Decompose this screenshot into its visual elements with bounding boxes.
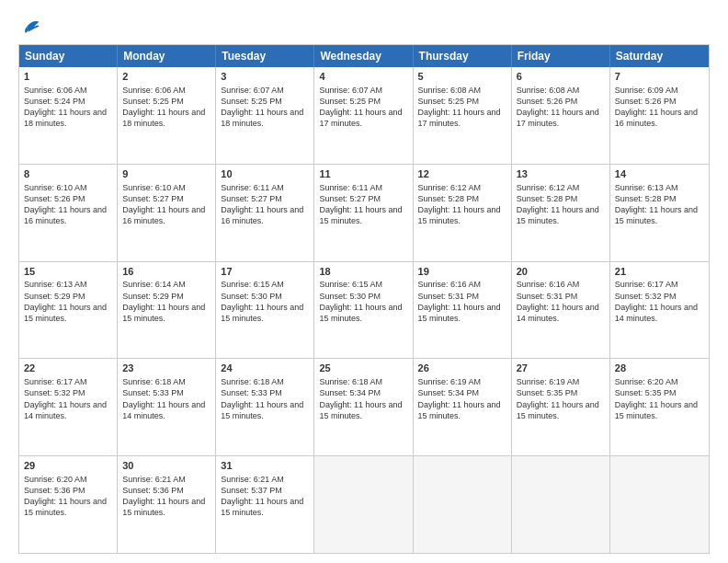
sunset: Sunset: 5:25 PM bbox=[319, 97, 381, 106]
calendar-cell: 16Sunrise: 6:14 AMSunset: 5:29 PMDayligh… bbox=[118, 262, 216, 359]
sunset: Sunset: 5:27 PM bbox=[221, 194, 282, 203]
calendar-cell: 24Sunrise: 6:18 AMSunset: 5:33 PMDayligh… bbox=[216, 359, 314, 455]
header-day-thursday: Thursday bbox=[414, 45, 512, 67]
sunrise: Sunrise: 6:19 AM bbox=[418, 377, 482, 386]
day-number: 3 bbox=[221, 70, 309, 84]
calendar-cell: 6Sunrise: 6:08 AMSunset: 5:26 PMDaylight… bbox=[512, 67, 610, 164]
day-number: 14 bbox=[615, 167, 704, 181]
calendar-cell: 19Sunrise: 6:16 AMSunset: 5:31 PMDayligh… bbox=[414, 262, 512, 359]
sunrise: Sunrise: 6:12 AM bbox=[418, 183, 482, 192]
calendar-header: SundayMondayTuesdayWednesdayThursdayFrid… bbox=[19, 45, 709, 67]
calendar-row-5: 29Sunrise: 6:20 AMSunset: 5:36 PMDayligh… bbox=[19, 455, 709, 553]
daylight: Daylight: 11 hours and 17 minutes. bbox=[418, 108, 501, 128]
calendar-cell bbox=[512, 456, 610, 553]
daylight: Daylight: 11 hours and 15 minutes. bbox=[615, 400, 698, 420]
sunset: Sunset: 5:29 PM bbox=[122, 292, 184, 301]
sunrise: Sunrise: 6:11 AM bbox=[221, 183, 284, 192]
calendar: SundayMondayTuesdayWednesdayThursdayFrid… bbox=[18, 44, 710, 554]
calendar-cell: 23Sunrise: 6:18 AMSunset: 5:33 PMDayligh… bbox=[118, 359, 216, 455]
day-number: 15 bbox=[24, 265, 112, 279]
calendar-cell: 25Sunrise: 6:18 AMSunset: 5:34 PMDayligh… bbox=[314, 359, 413, 455]
calendar-cell: 3Sunrise: 6:07 AMSunset: 5:25 PMDaylight… bbox=[216, 67, 314, 164]
calendar-row-4: 22Sunrise: 6:17 AMSunset: 5:32 PMDayligh… bbox=[19, 358, 709, 455]
sunset: Sunset: 5:30 PM bbox=[319, 292, 381, 301]
page: SundayMondayTuesdayWednesdayThursdayFrid… bbox=[0, 0, 728, 563]
sunrise: Sunrise: 6:17 AM bbox=[615, 280, 678, 289]
daylight: Daylight: 11 hours and 14 minutes. bbox=[517, 303, 599, 323]
sunrise: Sunrise: 6:17 AM bbox=[24, 377, 87, 386]
day-number: 17 bbox=[221, 265, 309, 279]
sunrise: Sunrise: 6:09 AM bbox=[615, 86, 678, 95]
sunrise: Sunrise: 6:18 AM bbox=[122, 377, 186, 386]
sunrise: Sunrise: 6:19 AM bbox=[517, 377, 580, 386]
calendar-cell: 20Sunrise: 6:16 AMSunset: 5:31 PMDayligh… bbox=[512, 262, 610, 359]
daylight: Daylight: 11 hours and 15 minutes. bbox=[122, 303, 205, 323]
day-number: 19 bbox=[418, 265, 506, 279]
day-number: 10 bbox=[221, 167, 309, 181]
header-day-friday: Friday bbox=[512, 45, 610, 67]
sunset: Sunset: 5:31 PM bbox=[517, 292, 578, 301]
calendar-cell bbox=[414, 456, 512, 553]
sunset: Sunset: 5:28 PM bbox=[517, 194, 578, 203]
day-number: 9 bbox=[122, 167, 210, 181]
sunrise: Sunrise: 6:18 AM bbox=[221, 377, 284, 386]
daylight: Daylight: 11 hours and 15 minutes. bbox=[517, 400, 599, 420]
daylight: Daylight: 11 hours and 17 minutes. bbox=[319, 108, 402, 128]
day-number: 8 bbox=[24, 167, 112, 181]
daylight: Daylight: 11 hours and 14 minutes. bbox=[615, 303, 698, 323]
calendar-cell: 8Sunrise: 6:10 AMSunset: 5:26 PMDaylight… bbox=[19, 165, 118, 261]
day-number: 16 bbox=[122, 265, 210, 279]
daylight: Daylight: 11 hours and 15 minutes. bbox=[418, 400, 501, 420]
daylight: Daylight: 11 hours and 16 minutes. bbox=[122, 205, 205, 225]
calendar-cell: 7Sunrise: 6:09 AMSunset: 5:26 PMDaylight… bbox=[610, 67, 709, 164]
sunset: Sunset: 5:33 PM bbox=[221, 388, 282, 397]
calendar-cell: 15Sunrise: 6:13 AMSunset: 5:29 PMDayligh… bbox=[19, 262, 118, 359]
calendar-cell: 5Sunrise: 6:08 AMSunset: 5:25 PMDaylight… bbox=[414, 67, 512, 164]
day-number: 22 bbox=[24, 362, 112, 375]
header-day-sunday: Sunday bbox=[19, 45, 118, 67]
day-number: 12 bbox=[418, 167, 506, 181]
sunrise: Sunrise: 6:15 AM bbox=[221, 280, 284, 289]
header-day-wednesday: Wednesday bbox=[314, 45, 413, 67]
sunrise: Sunrise: 6:10 AM bbox=[122, 183, 186, 192]
day-number: 21 bbox=[615, 265, 704, 279]
sunset: Sunset: 5:27 PM bbox=[122, 194, 184, 203]
calendar-cell: 4Sunrise: 6:07 AMSunset: 5:25 PMDaylight… bbox=[314, 67, 413, 164]
sunrise: Sunrise: 6:15 AM bbox=[319, 280, 382, 289]
calendar-row-3: 15Sunrise: 6:13 AMSunset: 5:29 PMDayligh… bbox=[19, 261, 709, 359]
sunset: Sunset: 5:32 PM bbox=[24, 388, 85, 397]
calendar-cell: 11Sunrise: 6:11 AMSunset: 5:27 PMDayligh… bbox=[314, 165, 413, 261]
day-number: 4 bbox=[319, 70, 407, 84]
logo bbox=[18, 17, 40, 37]
daylight: Daylight: 11 hours and 15 minutes. bbox=[221, 497, 303, 517]
day-number: 23 bbox=[122, 362, 210, 375]
sunrise: Sunrise: 6:16 AM bbox=[418, 280, 482, 289]
sunrise: Sunrise: 6:18 AM bbox=[319, 377, 382, 386]
calendar-cell: 1Sunrise: 6:06 AMSunset: 5:24 PMDaylight… bbox=[19, 67, 118, 164]
daylight: Daylight: 11 hours and 14 minutes. bbox=[122, 400, 205, 420]
calendar-cell: 29Sunrise: 6:20 AMSunset: 5:36 PMDayligh… bbox=[19, 456, 118, 553]
calendar-cell: 9Sunrise: 6:10 AMSunset: 5:27 PMDaylight… bbox=[118, 165, 216, 261]
sunset: Sunset: 5:24 PM bbox=[24, 97, 85, 106]
daylight: Daylight: 11 hours and 15 minutes. bbox=[24, 303, 107, 323]
calendar-body: 1Sunrise: 6:06 AMSunset: 5:24 PMDaylight… bbox=[19, 67, 709, 553]
calendar-row-1: 1Sunrise: 6:06 AMSunset: 5:24 PMDaylight… bbox=[19, 67, 709, 164]
calendar-cell: 30Sunrise: 6:21 AMSunset: 5:36 PMDayligh… bbox=[118, 456, 216, 553]
sunrise: Sunrise: 6:12 AM bbox=[517, 183, 580, 192]
day-number: 13 bbox=[517, 167, 605, 181]
sunset: Sunset: 5:25 PM bbox=[221, 97, 282, 106]
sunset: Sunset: 5:25 PM bbox=[418, 97, 480, 106]
sunset: Sunset: 5:36 PM bbox=[122, 486, 184, 495]
daylight: Daylight: 11 hours and 18 minutes. bbox=[122, 108, 205, 128]
daylight: Daylight: 11 hours and 15 minutes. bbox=[122, 497, 205, 517]
sunset: Sunset: 5:26 PM bbox=[517, 97, 578, 106]
daylight: Daylight: 11 hours and 15 minutes. bbox=[615, 205, 698, 225]
sunrise: Sunrise: 6:06 AM bbox=[24, 86, 87, 95]
calendar-cell: 28Sunrise: 6:20 AMSunset: 5:35 PMDayligh… bbox=[610, 359, 709, 455]
daylight: Daylight: 11 hours and 15 minutes. bbox=[319, 400, 402, 420]
daylight: Daylight: 11 hours and 15 minutes. bbox=[517, 205, 599, 225]
daylight: Daylight: 11 hours and 15 minutes. bbox=[418, 303, 501, 323]
sunrise: Sunrise: 6:13 AM bbox=[615, 183, 678, 192]
calendar-cell: 2Sunrise: 6:06 AMSunset: 5:25 PMDaylight… bbox=[118, 67, 216, 164]
daylight: Daylight: 11 hours and 18 minutes. bbox=[221, 108, 303, 128]
